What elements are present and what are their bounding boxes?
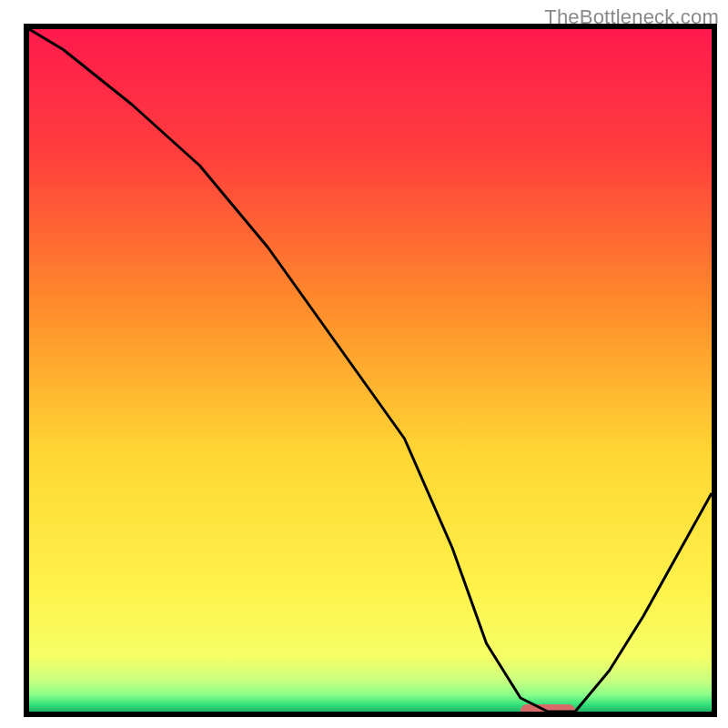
chart-container: TheBottleneck.com (0, 0, 728, 728)
bottleneck-chart (0, 0, 728, 728)
chart-background (29, 29, 712, 712)
watermark: TheBottleneck.com (544, 5, 719, 29)
